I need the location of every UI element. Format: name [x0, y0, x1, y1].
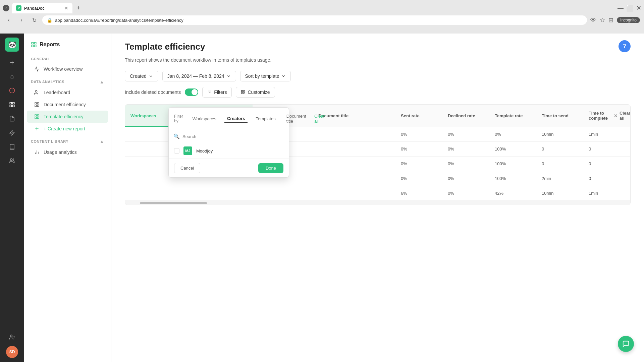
add-user-icon[interactable] [6, 331, 18, 343]
date-range-button[interactable]: Jan 8, 2024 — Feb 8, 2024 [162, 71, 236, 81]
svg-rect-23 [37, 117, 39, 119]
svg-rect-13 [35, 42, 36, 44]
th-time-to-complete[interactable]: Time to complete ✕ Clear all [583, 105, 630, 127]
help-button[interactable]: ? [619, 40, 631, 52]
td-time-to-complete-0: 1min [583, 127, 630, 141]
td-time-to-send-4: 10min [536, 186, 583, 200]
content-library-chevron: ▲ [100, 139, 104, 144]
horizontal-scrollbar[interactable] [125, 201, 630, 205]
filter-tab-creators[interactable]: Creators [224, 115, 248, 123]
filter-tab-workspaces[interactable]: Workspaces [190, 115, 219, 123]
sort-button[interactable]: Sort by template [240, 71, 291, 81]
svg-rect-33 [241, 90, 243, 92]
sidebar-toggle-icon[interactable]: ⊞ [608, 16, 613, 24]
browser-tab[interactable]: P PandaDoc ✕ [12, 3, 72, 13]
include-deleted-toggle[interactable] [185, 88, 198, 96]
th-declined-rate[interactable]: Declined rate [442, 105, 489, 127]
td-time-to-complete-4: 1min [583, 186, 630, 200]
app-logo[interactable]: 🐼 [5, 38, 19, 52]
refresh-button[interactable]: ↻ [30, 15, 39, 25]
content-library-section-header[interactable]: CONTENT LIBRARY ▲ [24, 135, 111, 146]
filter-cancel-button[interactable]: Cancel [174, 163, 200, 173]
library-icon[interactable] [6, 141, 18, 153]
filter-tab-templates[interactable]: Templates [253, 115, 278, 123]
moodjoy-name: Moodjoy [196, 148, 213, 154]
date-range-text: Jan 8, 2024 — Feb 8, 2024 [167, 73, 224, 79]
back-nav-button[interactable]: ‹ [4, 15, 13, 25]
th-time-to-send[interactable]: Time to send [536, 105, 583, 127]
td-templates-4 [253, 186, 313, 200]
customize-button[interactable]: Customize [236, 87, 275, 98]
tab-bar: ‹ P PandaDoc ✕ + — ⬜ ✕ [0, 0, 644, 13]
td-time-to-send-3: 2min [536, 171, 583, 186]
filters-button[interactable]: Filters [202, 87, 232, 98]
address-bar[interactable]: 🔒 app.pandadoc.com/a/#/reporting/data-an… [42, 15, 587, 25]
reports-icon[interactable] [6, 99, 18, 111]
browser-toolbar-icons: 👁 ☆ ⊞ Incognito [590, 16, 640, 24]
th-sent-rate[interactable]: Sent rate [395, 105, 442, 127]
filters-label: Filters [214, 89, 227, 95]
forward-nav-button[interactable]: › [17, 15, 26, 25]
td-doc-title-0 [313, 127, 395, 141]
lightning-icon[interactable] [6, 127, 18, 139]
td-time-to-complete-2: 0 [583, 157, 630, 171]
clear-all-button[interactable]: ✕ Clear all [610, 109, 631, 123]
document-efficiency-icon [34, 101, 40, 108]
filter-item-checkbox[interactable] [174, 148, 179, 154]
svg-rect-35 [244, 93, 245, 94]
filter-clear-all-link[interactable]: Clear all [314, 114, 325, 124]
tab-favicon: P [16, 5, 21, 11]
user-avatar[interactable]: SD [6, 346, 18, 358]
main-content: Template efficiency ? ⋮ This report show… [111, 34, 644, 362]
url-text: app.pandadoc.com/a/#/reporting/data-anal… [55, 18, 183, 23]
svg-rect-24 [35, 117, 37, 119]
sidebar-item-leaderboard[interactable]: Leaderboard [27, 86, 108, 99]
star-icon[interactable]: ☆ [600, 16, 605, 24]
td-template-rate-2: 100% [489, 157, 536, 171]
contacts-icon[interactable] [6, 155, 18, 167]
page-title: Template efficiency [125, 42, 205, 52]
td-time-to-send-1: 0 [536, 142, 583, 156]
chat-widget-button[interactable] [618, 336, 634, 352]
new-tab-button[interactable]: + [74, 3, 83, 13]
filter-tab-document-title[interactable]: Document title [284, 112, 309, 125]
toggle-row: Include deleted documents Filters Custom… [125, 87, 631, 98]
back-button[interactable]: ‹ [3, 5, 9, 11]
clear-all-label: Clear all [620, 111, 631, 121]
th-template-rate[interactable]: Template rate [489, 105, 536, 127]
filter-items-list: MJ Moodjoy [169, 143, 289, 159]
maximize-button[interactable]: ⬜ [626, 4, 634, 12]
home-icon[interactable]: ⌂ [6, 70, 18, 82]
svg-rect-3 [10, 102, 11, 104]
filter-item-moodjoy[interactable]: MJ Moodjoy [169, 143, 289, 159]
th-sent-rate-label: Sent rate [401, 113, 420, 118]
created-label: Created [130, 73, 147, 79]
close-window-button[interactable]: ✕ [636, 4, 641, 12]
sidebar-item-template-efficiency[interactable]: Template efficiency [27, 111, 108, 123]
create-report-label: + Create new report [44, 126, 85, 131]
data-analytics-section-header[interactable]: DATA ANALYTICS ▲ [24, 75, 111, 86]
notification-icon[interactable] [6, 84, 18, 97]
td-template-rate-0: 0% [489, 127, 536, 141]
tab-close-button[interactable]: ✕ [64, 5, 68, 11]
filter-search-input[interactable] [182, 134, 284, 139]
filter-dropdown[interactable]: Filter by: Workspaces Creators Templates… [168, 107, 289, 178]
customize-label: Customize [248, 89, 270, 95]
documents-icon[interactable] [6, 113, 18, 125]
svg-rect-15 [32, 45, 33, 47]
td-declined-rate-0: 0% [442, 127, 489, 141]
sidebar-item-usage-analytics[interactable]: Usage analytics [27, 146, 108, 158]
th-document-title[interactable]: Document title [313, 105, 395, 127]
sidebar-item-create-report[interactable]: + Create new report [27, 123, 108, 135]
minimize-button[interactable]: — [618, 5, 624, 12]
filter-dropdown-header: Filter by: Workspaces Creators Templates… [169, 108, 289, 130]
sidebar-item-document-efficiency[interactable]: Document efficiency [27, 99, 108, 111]
filter-done-button[interactable]: Done [258, 163, 283, 173]
icon-sidebar-top: 🐼 ＋ ⌂ [5, 38, 19, 167]
sidebar-item-workflow-overview[interactable]: Workflow overview [27, 63, 108, 75]
add-button[interactable]: ＋ [6, 56, 18, 68]
sort-label: Sort by template [245, 73, 279, 79]
data-analytics-chevron: ▲ [100, 79, 104, 84]
svg-marker-7 [10, 130, 14, 135]
created-filter-button[interactable]: Created [125, 71, 158, 81]
